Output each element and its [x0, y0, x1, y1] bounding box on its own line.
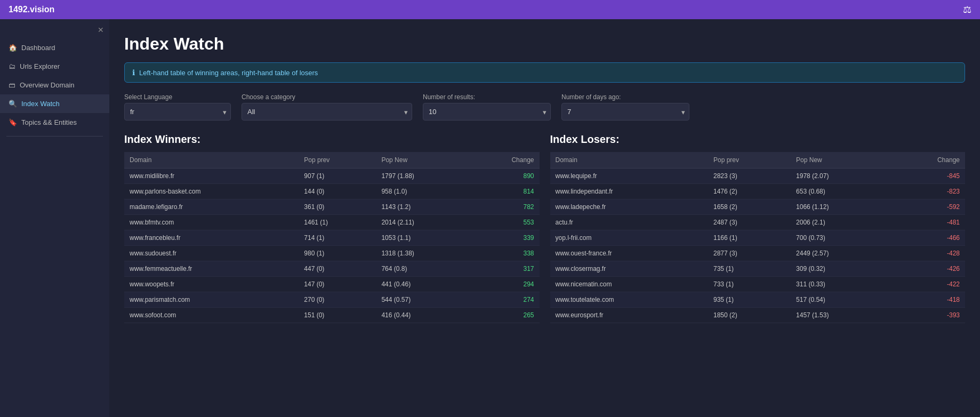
pop-new-cell: 700 (0.73)	[791, 230, 890, 246]
pop-prev-cell: 935 (1)	[708, 292, 791, 308]
table-row: www.francebleu.fr 714 (1) 1053 (1.1) 339	[124, 230, 540, 246]
change-cell: -428	[890, 246, 965, 261]
pop-new-cell: 1143 (1.2)	[376, 199, 469, 215]
pop-new-cell: 517 (0.54)	[791, 292, 890, 308]
pop-prev-cell: 1461 (1)	[299, 215, 376, 230]
overview-domain-icon: 🗃	[9, 81, 15, 89]
category-select[interactable]: AllNewsSportsTech	[242, 103, 412, 121]
sidebar-item-topics-entities[interactable]: 🔖Topics && Entities	[0, 113, 109, 132]
table-row: madame.lefigaro.fr 361 (0) 1143 (1.2) 78…	[124, 199, 540, 215]
topics-entities-label: Topics && Entities	[21, 118, 77, 126]
pop-new-cell: 1797 (1.88)	[376, 169, 469, 184]
urls-explorer-icon: 🗂	[9, 62, 15, 70]
domain-cell: www.toutelatele.com	[550, 292, 708, 308]
scale-icon: ⚖	[963, 4, 971, 15]
pop-new-cell: 544 (0.57)	[376, 292, 469, 308]
pop-new-cell: 416 (0.44)	[376, 308, 469, 323]
results-label: Number of results:	[423, 93, 551, 101]
winners-col-domain: Domain	[124, 152, 299, 169]
domain-cell: www.ouest-france.fr	[550, 246, 708, 261]
domain-cell: www.parlons-basket.com	[124, 184, 299, 199]
pop-prev-cell: 361 (0)	[299, 199, 376, 215]
domain-cell: www.sudouest.fr	[124, 246, 299, 261]
winners-col-pop-prev: Pop prev	[299, 152, 376, 169]
overview-domain-label: Overview Domain	[20, 81, 75, 89]
table-row: www.woopets.fr 147 (0) 441 (0.46) 294	[124, 277, 540, 292]
tables-row: Index Winners: Domain Pop prev Pop New C…	[124, 133, 965, 323]
filter-row: Select Language frendees Choose a catego…	[124, 93, 965, 121]
table-row: www.sofoot.com 151 (0) 416 (0.44) 265	[124, 308, 540, 323]
pop-new-cell: 2449 (2.57)	[791, 246, 890, 261]
table-row: www.eurosport.fr 1850 (2) 1457 (1.53) -3…	[550, 308, 966, 323]
pop-new-cell: 764 (0.8)	[376, 261, 469, 277]
table-row: www.toutelatele.com 935 (1) 517 (0.54) -…	[550, 292, 966, 308]
table-row: www.parlons-basket.com 144 (0) 958 (1.0)…	[124, 184, 540, 199]
sidebar-item-overview-domain[interactable]: 🗃Overview Domain	[0, 76, 109, 94]
table-row: actu.fr 2487 (3) 2006 (2.1) -481	[550, 215, 966, 230]
results-select[interactable]: 5102050	[423, 103, 551, 121]
change-cell: 782	[469, 199, 539, 215]
pop-prev-cell: 2487 (3)	[708, 215, 791, 230]
pop-new-cell: 309 (0.32)	[791, 261, 890, 277]
pop-prev-cell: 1476 (2)	[708, 184, 791, 199]
pop-prev-cell: 447 (0)	[299, 261, 376, 277]
sidebar-item-index-watch[interactable]: 🔍Index Watch	[0, 94, 109, 113]
domain-cell: www.lequipe.fr	[550, 169, 708, 184]
dashboard-label: Dashboard	[21, 44, 55, 52]
change-cell: 890	[469, 169, 539, 184]
change-cell: -481	[890, 215, 965, 230]
domain-cell: www.nicematin.com	[550, 277, 708, 292]
winners-col-pop-new: Pop New	[376, 152, 469, 169]
losers-col-change: Change	[890, 152, 965, 169]
domain-cell: www.eurosport.fr	[550, 308, 708, 323]
change-cell: -393	[890, 308, 965, 323]
sidebar-divider	[6, 136, 103, 137]
sidebar-item-urls-explorer[interactable]: 🗂Urls Explorer	[0, 57, 109, 76]
pop-new-cell: 2014 (2.11)	[376, 215, 469, 230]
days-select[interactable]: 1371430	[561, 103, 689, 121]
winners-col-change: Change	[469, 152, 539, 169]
info-banner: ℹ Left-hand table of winning areas, righ…	[124, 62, 965, 83]
sidebar-item-dashboard[interactable]: 🏠Dashboard	[0, 38, 109, 57]
language-label: Select Language	[124, 93, 231, 101]
losers-col-domain: Domain	[550, 152, 708, 169]
sidebar: ✕ 🏠Dashboard🗂Urls Explorer🗃Overview Doma…	[0, 19, 109, 417]
pop-new-cell: 653 (0.68)	[791, 184, 890, 199]
change-cell: 265	[469, 308, 539, 323]
table-row: www.parismatch.com 270 (0) 544 (0.57) 27…	[124, 292, 540, 308]
winners-table: Domain Pop prev Pop New Change www.midil…	[124, 152, 540, 323]
pop-new-cell: 441 (0.46)	[376, 277, 469, 292]
losers-table: Domain Pop prev Pop New Change www.lequi…	[550, 152, 966, 323]
table-row: www.nicematin.com 733 (1) 311 (0.33) -42…	[550, 277, 966, 292]
change-cell: -592	[890, 199, 965, 215]
urls-explorer-label: Urls Explorer	[20, 62, 60, 70]
pop-prev-cell: 1658 (2)	[708, 199, 791, 215]
brand-logo: 1492.vision	[9, 5, 54, 14]
pop-prev-cell: 907 (1)	[299, 169, 376, 184]
domain-cell: www.femmeactuelle.fr	[124, 261, 299, 277]
table-row: www.bfmtv.com 1461 (1) 2014 (2.11) 553	[124, 215, 540, 230]
language-select[interactable]: frendees	[124, 103, 231, 121]
change-cell: -422	[890, 277, 965, 292]
domain-cell: actu.fr	[550, 215, 708, 230]
table-row: yop.l-frii.com 1166 (1) 700 (0.73) -466	[550, 230, 966, 246]
pop-prev-cell: 270 (0)	[299, 292, 376, 308]
pop-prev-cell: 151 (0)	[299, 308, 376, 323]
domain-cell: yop.l-frii.com	[550, 230, 708, 246]
topics-entities-icon: 🔖	[9, 118, 17, 126]
sidebar-close-button[interactable]: ✕	[98, 26, 104, 34]
change-cell: -845	[890, 169, 965, 184]
pop-new-cell: 1066 (1.12)	[791, 199, 890, 215]
domain-cell: www.woopets.fr	[124, 277, 299, 292]
pop-prev-cell: 980 (1)	[299, 246, 376, 261]
index-watch-label: Index Watch	[21, 100, 60, 108]
category-filter-group: Choose a category AllNewsSportsTech	[242, 93, 412, 121]
losers-col-pop-new: Pop New	[791, 152, 890, 169]
pop-new-cell: 1457 (1.53)	[791, 308, 890, 323]
change-cell: -466	[890, 230, 965, 246]
domain-cell: madame.lefigaro.fr	[124, 199, 299, 215]
change-cell: 294	[469, 277, 539, 292]
pop-new-cell: 2006 (2.1)	[791, 215, 890, 230]
main-content: Index Watch ℹ Left-hand table of winning…	[109, 19, 980, 417]
info-icon: ℹ	[132, 68, 135, 77]
